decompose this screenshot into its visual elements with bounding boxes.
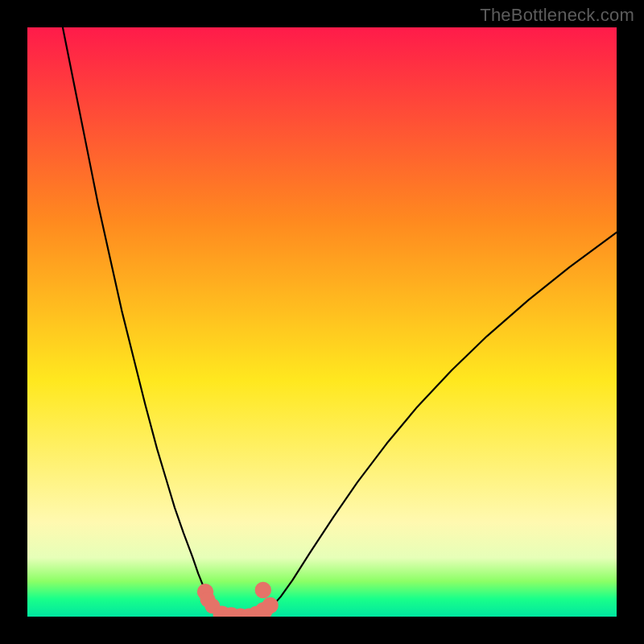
data-marker: [262, 597, 279, 614]
plot-area: [27, 27, 617, 617]
chart-frame: TheBottleneck.com: [0, 0, 644, 644]
watermark-text: TheBottleneck.com: [480, 5, 634, 26]
heatmap-background: [27, 27, 617, 617]
bottleneck-chart: [27, 27, 617, 617]
data-marker: [255, 582, 272, 599]
